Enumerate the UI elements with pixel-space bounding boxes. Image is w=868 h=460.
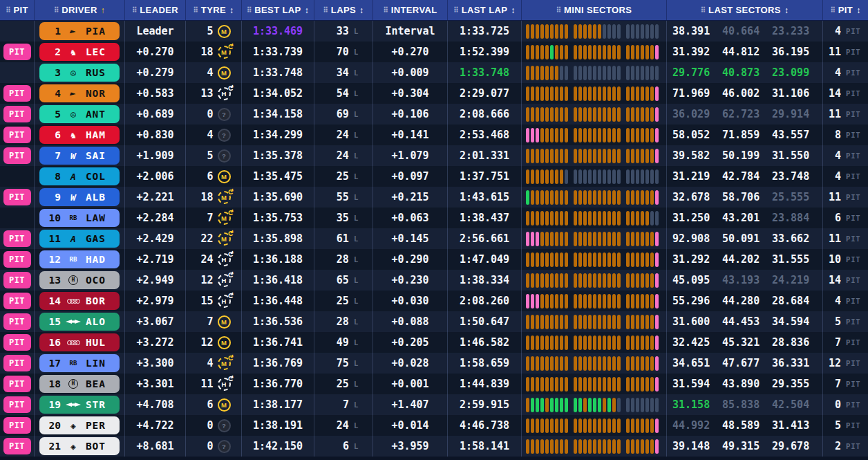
- mini-sector-segment: [650, 24, 654, 39]
- mini-sectors-bars: [522, 335, 659, 350]
- mini-sector-segment: [603, 439, 606, 454]
- driver-badge[interactable]: 8ACOL: [39, 167, 120, 185]
- mini-sector-segment: [578, 273, 582, 288]
- column-header-laps[interactable]: ⠿LAPS↕: [314, 0, 373, 20]
- timing-row-BOR[interactable]: PIT14BOR+2.97915H↻1:36.44825L+0.0302:08.…: [0, 291, 868, 311]
- driver-badge[interactable]: 17RBLIN: [39, 354, 120, 372]
- sort-both-icon[interactable]: ↕: [784, 6, 789, 15]
- column-header-leader[interactable]: ⠿LEADER: [125, 0, 186, 20]
- column-header-best_lap[interactable]: ⠿BEST LAP↕: [242, 0, 314, 20]
- driver-badge[interactable]: 14BOR: [39, 292, 120, 310]
- timing-row-LIN[interactable]: PIT17RBLIN+3.3004M↻1:36.76975L+0.0281:58…: [0, 353, 868, 374]
- driver-badge[interactable]: 2♞LEC: [39, 43, 120, 61]
- mini-sector-segment: [636, 128, 639, 142]
- driver-badge[interactable]: 6♞HAM: [39, 126, 120, 144]
- mini-sector-segment: [650, 252, 654, 267]
- mini-sector-segment: [607, 66, 611, 80]
- timing-row-RUS[interactable]: 3☮RUS+0.2794M1:33.74834L+0.0091:33.74829…: [0, 62, 868, 83]
- column-header-pit_right[interactable]: ⠿PIT↕: [823, 0, 868, 20]
- mini-sector-segment: [598, 439, 601, 454]
- mini-sector-segment: [593, 418, 596, 433]
- column-header-mini_sectors[interactable]: ⠿MINI SECTORS: [522, 0, 667, 20]
- sector-times: 58.05271.85943.557: [667, 129, 822, 141]
- mini-sector-segment: [531, 66, 534, 80]
- column-header-last_sectors[interactable]: ⠿LAST SECTORS↕: [667, 0, 823, 20]
- audi-logo: [66, 340, 81, 345]
- driver-badge[interactable]: 12RBHAD: [39, 250, 120, 268]
- mini-sector-segment: [650, 398, 654, 412]
- laps-cell: 33L: [314, 21, 373, 42]
- driver-badge[interactable]: 21◈BOT: [39, 437, 120, 455]
- mini-sector-segment: [531, 149, 534, 163]
- driver-badge[interactable]: 13HOCO: [39, 271, 120, 289]
- mini-sector-segment: [565, 377, 568, 392]
- sort-both-icon[interactable]: ↕: [856, 6, 860, 15]
- timing-row-BEA[interactable]: PIT18HBEA+3.30111H↻1:36.77025L+0.0011:44…: [0, 374, 868, 394]
- timing-row-HAM[interactable]: PIT6♞HAM+0.8304?1:34.29924L+0.1412:53.46…: [0, 125, 868, 145]
- mini-sector-segment: [574, 24, 577, 39]
- driver-badge[interactable]: 16HUL: [39, 333, 120, 351]
- sort-both-icon[interactable]: ↕: [359, 6, 364, 15]
- driver-badge[interactable]: 9WALB: [39, 188, 120, 206]
- mini-sector-group-1: [526, 377, 568, 392]
- tyre-cell: 6M: [186, 394, 242, 415]
- mini-sector-segment: [636, 232, 639, 246]
- sector-1-time: 55.296: [672, 295, 722, 307]
- sort-both-icon[interactable]: ↕: [305, 6, 309, 15]
- column-header-tyre[interactable]: ⠿TYRE↕: [186, 0, 242, 20]
- tyre-used-arrows-icon: ↻: [226, 84, 236, 91]
- timing-row-LAW[interactable]: 10RBLAW+2.2847M↻1:35.75335L+0.0631:38.43…: [0, 208, 868, 228]
- timing-row-HAD[interactable]: PIT12RBHAD+2.71924H↻1:36.18828L+0.2901:4…: [0, 249, 868, 270]
- driver-position: 18: [47, 378, 61, 389]
- timing-row-HUL[interactable]: PIT16HUL+3.27212M1:36.74149L+0.2051:46.5…: [0, 332, 868, 353]
- timing-row-LEC[interactable]: PIT2♞LEC+0.27018M↻1:33.73970L+0.2701:52.…: [0, 42, 868, 62]
- pit-status-cell: PIT: [0, 125, 35, 145]
- mini-sector-segment: [565, 169, 568, 184]
- column-label: PIT: [13, 5, 28, 15]
- tyre-stint-laps: 4: [197, 357, 214, 369]
- tyre-hard-icon: H↻: [218, 378, 231, 391]
- timing-row-ALB[interactable]: PIT9WALB+2.22118M↻1:35.69055L+0.2151:43.…: [0, 187, 868, 208]
- mini-sector-segment: [617, 107, 621, 122]
- driver-badge[interactable]: 5☮ANT: [39, 105, 120, 123]
- sort-both-icon[interactable]: ↕: [229, 6, 234, 15]
- laps-cell: 24L: [314, 415, 373, 436]
- timing-row-ALO[interactable]: PIT15ALO+3.0677M1:36.53628L+0.0881:50.64…: [0, 311, 868, 332]
- driver-badge[interactable]: 20◈PER: [39, 416, 120, 434]
- timing-row-STR[interactable]: PIT19STR+4.7086M1:38.1777L+1.4072:59.915…: [0, 394, 868, 415]
- timing-row-NOR[interactable]: PIT4▶NOR+0.58313H↻1:34.05254L+0.3042:29.…: [0, 83, 868, 104]
- column-header-pit_left[interactable]: ⠿PIT: [0, 0, 35, 20]
- column-header-driver[interactable]: ⠿DRIVER↑: [35, 0, 125, 20]
- column-header-last_lap[interactable]: ⠿LAST LAP↕: [448, 0, 522, 20]
- mini-sector-segment: [612, 86, 616, 101]
- driver-badge[interactable]: 10RBLAW: [39, 209, 120, 227]
- driver-badge[interactable]: 7WSAI: [39, 147, 120, 165]
- driver-badge[interactable]: 15ALO: [39, 313, 120, 331]
- driver-badge[interactable]: 1▶PIA: [39, 22, 120, 40]
- timing-row-OCO[interactable]: PIT13HOCO+2.94912H↻1:36.41865L+0.2301:38…: [0, 270, 868, 291]
- timing-row-PER[interactable]: PIT20◈PER+4.7220?1:38.19124L+0.0144:46.7…: [0, 415, 868, 436]
- timing-row-GAS[interactable]: PIT11AGAS+2.42922M↻1:35.89861L+0.1452:56…: [0, 228, 868, 249]
- timing-row-SAI[interactable]: PIT7WSAI+1.9095?1:35.37824L+1.0792:01.33…: [0, 145, 868, 166]
- column-header-interval[interactable]: ⠿INTERVAL: [373, 0, 448, 20]
- sort-asc-icon[interactable]: ↑: [101, 6, 105, 15]
- pit-unit-label: PIT: [846, 442, 861, 450]
- haas-logo: H: [66, 379, 81, 389]
- timing-row-BOT[interactable]: PIT21◈BOT+8.6810?1:42.1506L+3.9591:58.14…: [0, 436, 868, 457]
- mini-sector-segment: [641, 398, 644, 412]
- driver-badge[interactable]: 4▶NOR: [39, 84, 120, 102]
- pit-count-cell: 10PIT: [823, 249, 868, 270]
- last-sectors-cell: 44.99248.58931.413: [667, 415, 823, 436]
- driver-badge[interactable]: 11AGAS: [39, 230, 120, 248]
- mini-sector-segment: [574, 439, 577, 454]
- driver-badge[interactable]: 18HBEA: [39, 375, 120, 393]
- timing-row-ANT[interactable]: PIT5☮ANT+0.6890?1:34.15869L+0.1062:08.66…: [0, 104, 868, 125]
- driver-badge[interactable]: 19STR: [39, 396, 120, 414]
- mini-sector-segment: [588, 377, 592, 392]
- driver-position: 2: [47, 46, 61, 57]
- driver-badge[interactable]: 3☮RUS: [39, 64, 120, 82]
- sort-both-icon[interactable]: ↕: [511, 6, 515, 15]
- timing-row-COL[interactable]: 8ACOL+2.0066M1:35.47525L+0.0971:37.75131…: [0, 166, 868, 187]
- sector-2-time: 40.873: [722, 66, 772, 79]
- timing-row-PIA[interactable]: 1▶PIALeader5M1:33.46933LInterval1:33.725…: [0, 21, 868, 42]
